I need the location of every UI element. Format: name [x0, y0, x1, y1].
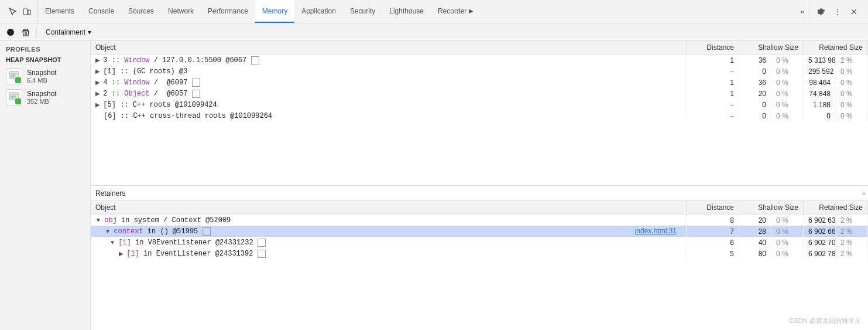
shallow-cell: 20: [739, 88, 771, 99]
node-link-icon[interactable]: [192, 79, 200, 87]
node-link-icon[interactable]: [258, 250, 266, 258]
table-row[interactable]: [6] :: C++ cross-thread roots @101099264…: [91, 110, 868, 121]
distance-cell: 8: [687, 215, 739, 226]
distance-cell: 1: [687, 88, 739, 99]
settings-icon[interactable]: [814, 5, 828, 19]
obj-cell: ▶ 2 :: Object / @6057: [91, 88, 687, 99]
close-devtools-icon[interactable]: ✕: [847, 5, 861, 19]
snapshot-1[interactable]: Snapshot 6.4 MB: [0, 66, 90, 87]
expand-arrow[interactable]: ▼: [109, 239, 115, 246]
retained-cell: 6 902 784: [804, 248, 836, 259]
table-row[interactable]: ▼ context in () @51995 index.html:31 7 2…: [91, 226, 868, 237]
more-tabs-button[interactable]: »: [795, 8, 809, 16]
snapshot-1-icon: [6, 68, 22, 84]
retained-cell: 6 902 704: [804, 237, 836, 248]
retained-pct-cell: 0 %: [836, 88, 868, 99]
retainers-table: Object Distance Shallow Size Retained Si…: [91, 201, 868, 259]
svg-rect-0: [23, 9, 28, 15]
th-shallow: Shallow Size: [739, 41, 804, 55]
retainers-table-scroll[interactable]: Object Distance Shallow Size Retained Si…: [91, 201, 868, 330]
table-row[interactable]: ▶ [1] in EventListener @24331392 5 80 0 …: [91, 248, 868, 259]
retainers-table-header: Object Distance Shallow Size Retained Si…: [91, 201, 868, 215]
device-toggle-icon[interactable]: [21, 6, 33, 18]
snapshot-2[interactable]: Snapshot 352 MB: [0, 87, 90, 108]
expand-arrow[interactable]: ▶: [119, 250, 123, 257]
obj-cell: ▶ 3 :: Window / 127.0.0.1:5500 @6067: [91, 55, 687, 66]
node-link-icon[interactable]: [192, 90, 200, 98]
upper-table-scroll[interactable]: Object Distance Shallow Size Retained Si…: [91, 41, 868, 185]
expand-arrow[interactable]: ▶: [95, 90, 100, 97]
shallow-pct-cell: 0 %: [771, 226, 804, 237]
table-row[interactable]: ▶ 4 :: Window / @6097 1 36 0 % 98 464 0 …: [91, 77, 868, 88]
shallow-cell: 80: [739, 248, 771, 259]
expand-arrow[interactable]: ▶: [95, 57, 100, 63]
shallow-pct-cell: 0 %: [771, 215, 804, 226]
record-button[interactable]: [5, 26, 16, 38]
expand-arrow[interactable]: ▶: [95, 68, 100, 74]
expand-arrow[interactable]: ▶: [95, 101, 100, 108]
snapshot-1-size: 6.4 MB: [27, 77, 57, 84]
shallow-cell: 0: [739, 110, 771, 121]
inspect-icon[interactable]: [7, 6, 19, 18]
tab-security[interactable]: Security: [343, 0, 382, 23]
view-dropdown[interactable]: Containment ▾: [42, 26, 95, 38]
node-link-icon[interactable]: [203, 227, 211, 236]
distance-cell: 6: [687, 237, 739, 248]
expand-arrow[interactable]: ▼: [95, 217, 101, 223]
table-row[interactable]: ▶ 3 :: Window / 127.0.0.1:5500 @6067 1 3…: [91, 55, 868, 66]
table-row[interactable]: ▼ [1] in V8EventListener @24331232 6 40 …: [91, 237, 868, 248]
retained-pct-cell: 0 %: [836, 110, 868, 121]
node-link-icon[interactable]: [258, 239, 266, 247]
shallow-pct-cell: 0 %: [771, 55, 804, 66]
retainers-pane: Retainers ≡ Object Distance Shallow Size…: [91, 186, 868, 330]
th-distance: Distance: [687, 201, 739, 215]
tab-memory[interactable]: Memory: [255, 0, 294, 23]
distance-cell: 1: [687, 77, 739, 88]
content-area: Object Distance Shallow Size Retained Si…: [91, 41, 868, 330]
retained-cell: 5 313 980: [804, 55, 836, 66]
th-shallow: Shallow Size: [739, 201, 804, 215]
retained-cell: 74 848: [804, 88, 836, 99]
tab-sources[interactable]: Sources: [121, 0, 161, 23]
distance-cell: 7: [687, 226, 739, 237]
retained-pct-cell: 0 %: [836, 66, 868, 77]
tab-recorder[interactable]: Recorder ▶: [431, 0, 481, 23]
node-link-icon[interactable]: [251, 56, 259, 64]
shallow-pct-cell: 0 %: [771, 248, 804, 259]
th-object: Object: [91, 41, 687, 55]
table-row[interactable]: ▶ [1] :: (GC roots) @3 – 0 0 % 295 592 0…: [91, 66, 868, 77]
upper-table-pane: Object Distance Shallow Size Retained Si…: [91, 41, 868, 186]
clear-button[interactable]: [20, 26, 32, 38]
more-options-icon[interactable]: ⋮: [831, 5, 845, 19]
table-row[interactable]: ▶ 2 :: Object / @6057 1 20 0 % 74 848 0 …: [91, 88, 868, 99]
expand-arrow[interactable]: ▼: [105, 228, 111, 234]
tab-application[interactable]: Application: [294, 0, 343, 23]
retained-cell: 0: [804, 110, 836, 121]
retained-cell: 295 592: [804, 66, 836, 77]
source-link[interactable]: index.html:31: [635, 227, 677, 235]
tab-elements[interactable]: Elements: [38, 0, 81, 23]
shallow-cell: 36: [739, 77, 771, 88]
tab-network[interactable]: Network: [161, 0, 201, 23]
shallow-cell: 28: [739, 226, 771, 237]
shallow-cell: 36: [739, 55, 771, 66]
memory-toolbar: Containment ▾: [0, 23, 868, 41]
tab-lighthouse[interactable]: Lighthouse: [382, 0, 431, 23]
retained-pct-cell: 2 %: [836, 55, 868, 66]
toolbar-separator: [36, 27, 37, 38]
retained-cell: 6 902 664: [804, 226, 836, 237]
retained-pct-cell: 2 %: [836, 215, 868, 226]
table-row[interactable]: ▼ obj in system / Context @52009 8 20 0 …: [91, 215, 868, 226]
expand-arrow[interactable]: ▶: [95, 79, 100, 86]
retained-pct-cell: 2 %: [836, 226, 868, 237]
obj-cell: ▶ [1] :: (GC roots) @3: [91, 66, 687, 77]
retained-cell: 1 188: [804, 99, 836, 110]
retainers-header: Retainers ≡: [91, 186, 868, 201]
distance-cell: 5: [687, 248, 739, 259]
tab-console[interactable]: Console: [81, 0, 121, 23]
scroll-icon: ≡: [862, 190, 866, 196]
tab-performance[interactable]: Performance: [201, 0, 255, 23]
retained-cell: 98 464: [804, 77, 836, 88]
shallow-pct-cell: 0 %: [771, 110, 804, 121]
table-row[interactable]: ▶ [5] :: C++ roots @101099424 – 0 0 % 1 …: [91, 99, 868, 110]
